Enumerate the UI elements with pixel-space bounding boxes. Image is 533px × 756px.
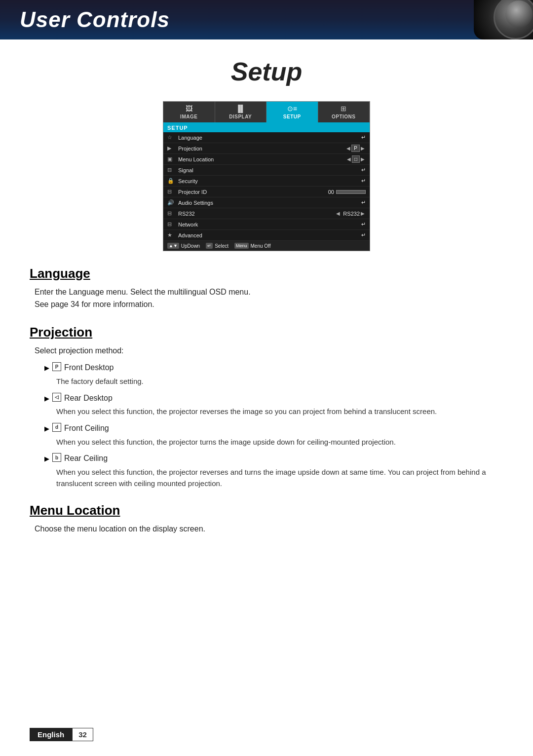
advanced-enter-icon: ↵ xyxy=(361,232,366,238)
network-enter-icon: ↵ xyxy=(361,221,366,227)
front-desktop-icon: P xyxy=(52,362,61,371)
projection-label: Projection xyxy=(178,146,345,151)
footer-menu-off: Menu Menu Off xyxy=(234,243,270,249)
lens-inner xyxy=(505,0,533,28)
signal-icon: ⊟ xyxy=(167,167,176,173)
projection-value: P xyxy=(351,145,360,152)
projection-left-arrow: ◀ xyxy=(346,146,350,151)
osd-container: 🖼 IMAGE ▐▌ DISPLAY ⊙≡ SETUP ⊞ OPTIONS SE… xyxy=(30,101,503,251)
tab-display[interactable]: ▐▌ DISPLAY xyxy=(215,102,267,122)
select-key: ↵ xyxy=(206,243,213,249)
language-label: Language xyxy=(178,135,361,141)
rs232-label: RS232 xyxy=(178,211,335,217)
rs232-left-arrow: ◀ xyxy=(336,211,340,216)
setup-tab-icon: ⊙≡ xyxy=(268,105,316,113)
footer-select: ↵ Select xyxy=(206,243,228,249)
projector-id-label: Projector ID xyxy=(178,189,326,195)
footer-page: 32 xyxy=(72,728,93,741)
front-ceiling-desc: When you select this function, the proje… xyxy=(56,437,503,448)
bullet-rear-ceiling: ▶ b Rear Ceiling xyxy=(44,453,503,465)
footer-language: English xyxy=(30,728,72,741)
front-ceiling-icon: d xyxy=(52,423,61,432)
osd-row-network[interactable]: ⊟ Network ↵ xyxy=(163,219,370,230)
page-footer: English 32 xyxy=(30,728,93,741)
osd-tabs: 🖼 IMAGE ▐▌ DISPLAY ⊙≡ SETUP ⊞ OPTIONS xyxy=(163,102,370,123)
menu-location-heading: Menu Location xyxy=(30,503,503,518)
projection-intro: Select projection method: xyxy=(35,345,503,357)
menu-location-label: Menu Location xyxy=(178,156,346,162)
tab-options-label: OPTIONS xyxy=(332,114,356,119)
rs232-icon: ⊟ xyxy=(167,210,176,217)
osd-row-signal[interactable]: ⊟ Signal ↵ xyxy=(163,165,370,176)
rs232-value: RS232 xyxy=(343,211,360,217)
audio-icon: 🔊 xyxy=(167,199,176,206)
projection-heading: Projection xyxy=(30,325,503,340)
osd-row-rs232[interactable]: ⊟ RS232 ◀ RS232 ▶ xyxy=(163,208,370,219)
front-desktop-label: Front Desktop xyxy=(64,362,114,374)
audio-label: Audio Settings xyxy=(178,200,361,206)
bullet-arrow-1: ▶ xyxy=(44,363,49,373)
options-tab-icon: ⊞ xyxy=(320,105,368,113)
page-content: Setup 🖼 IMAGE ▐▌ DISPLAY ⊙≡ SETUP ⊞ xyxy=(0,39,533,555)
updown-key: ▲▼ xyxy=(167,243,179,249)
language-icon: ☆ xyxy=(167,134,176,141)
projection-right-arrow: ▶ xyxy=(361,146,365,151)
bullet-rear-desktop: ▶ ◁ Rear Desktop xyxy=(44,392,503,405)
osd-row-audio-settings[interactable]: 🔊 Audio Settings ↵ xyxy=(163,197,370,208)
osd-row-advanced[interactable]: ★ Advanced ↵ xyxy=(163,230,370,241)
tab-image[interactable]: 🖼 IMAGE xyxy=(163,102,215,122)
page-title: Setup xyxy=(30,49,503,96)
projection-icon: ▶ xyxy=(167,145,176,151)
tab-options[interactable]: ⊞ OPTIONS xyxy=(318,102,370,122)
footer-updown: ▲▼ UpDown xyxy=(167,243,200,249)
osd-row-projector-id[interactable]: ⊟ Projector ID 00 xyxy=(163,187,370,197)
advanced-label: Advanced xyxy=(178,232,361,238)
osd-section-header: SETUP xyxy=(163,123,370,132)
network-icon: ⊟ xyxy=(167,221,176,227)
security-icon: 🔒 xyxy=(167,178,176,184)
audio-enter-icon: ↵ xyxy=(361,199,366,206)
lens-circle xyxy=(494,0,533,39)
select-label: Select xyxy=(215,243,228,249)
osd-row-security[interactable]: 🔒 Security ↵ xyxy=(163,176,370,187)
rear-ceiling-desc: When you select this function, the proje… xyxy=(56,467,503,489)
image-tab-icon: 🖼 xyxy=(165,105,213,113)
projector-id-icon: ⊟ xyxy=(167,189,176,195)
display-tab-icon: ▐▌ xyxy=(217,105,265,113)
tab-setup[interactable]: ⊙≡ SETUP xyxy=(266,102,318,122)
menu-off-label: Menu Off xyxy=(251,243,271,249)
bullet-arrow-3: ▶ xyxy=(44,424,49,434)
rs232-right-arrow: ▶ xyxy=(361,211,365,216)
menu-location-left-arrow: ◀ xyxy=(347,156,351,162)
network-label: Network xyxy=(178,222,361,227)
projection-body: Select projection method: ▶ P Front Desk… xyxy=(30,345,503,489)
advanced-icon: ★ xyxy=(167,232,176,238)
rear-ceiling-label: Rear Ceiling xyxy=(64,453,108,465)
front-desktop-desc: The factory default setting. xyxy=(56,376,503,387)
osd-row-projection[interactable]: ▶ Projection ◀ P ▶ xyxy=(163,143,370,154)
bullet-front-ceiling: ▶ d Front Ceiling xyxy=(44,422,503,435)
tab-setup-label: SETUP xyxy=(283,114,301,119)
projector-id-bar xyxy=(336,190,366,194)
menu-key: Menu xyxy=(234,243,249,249)
header-title: User Controls xyxy=(20,7,170,32)
language-enter-icon: ↵ xyxy=(361,134,366,141)
rear-ceiling-icon: b xyxy=(52,453,61,462)
menu-location-body: Choose the menu location on the display … xyxy=(30,523,503,535)
rear-desktop-icon: ◁ xyxy=(52,393,61,402)
front-ceiling-label: Front Ceiling xyxy=(64,422,109,435)
rear-desktop-label: Rear Desktop xyxy=(64,392,113,405)
tab-image-label: IMAGE xyxy=(180,114,197,119)
osd-row-language[interactable]: ☆ Language ↵ xyxy=(163,132,370,143)
security-enter-icon: ↵ xyxy=(361,178,366,184)
signal-label: Signal xyxy=(178,167,361,173)
osd-footer: ▲▼ UpDown ↵ Select Menu Menu Off xyxy=(163,241,370,251)
osd-row-menu-location[interactable]: ▣ Menu Location ◀ □ ▶ xyxy=(163,154,370,165)
menu-location-right-arrow: ▶ xyxy=(361,156,365,162)
header-bar: User Controls xyxy=(0,0,533,39)
header-image xyxy=(474,0,533,39)
menu-location-value: □ xyxy=(352,155,360,163)
tab-display-label: DISPLAY xyxy=(229,114,252,119)
language-heading: Language xyxy=(30,266,503,281)
rear-desktop-desc: When you select this function, the proje… xyxy=(56,406,503,417)
